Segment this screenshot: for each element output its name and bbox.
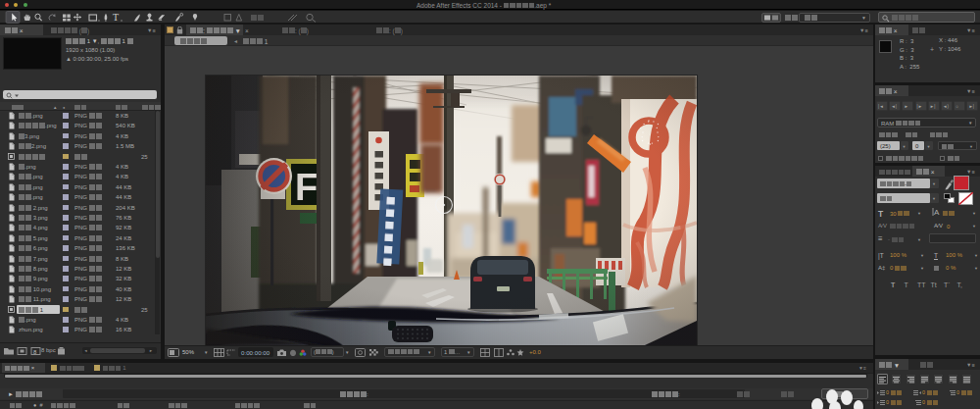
svg-text:A: A [934, 208, 940, 217]
svg-text:T: T [113, 12, 119, 23]
svg-text:8: 8 [33, 349, 37, 355]
